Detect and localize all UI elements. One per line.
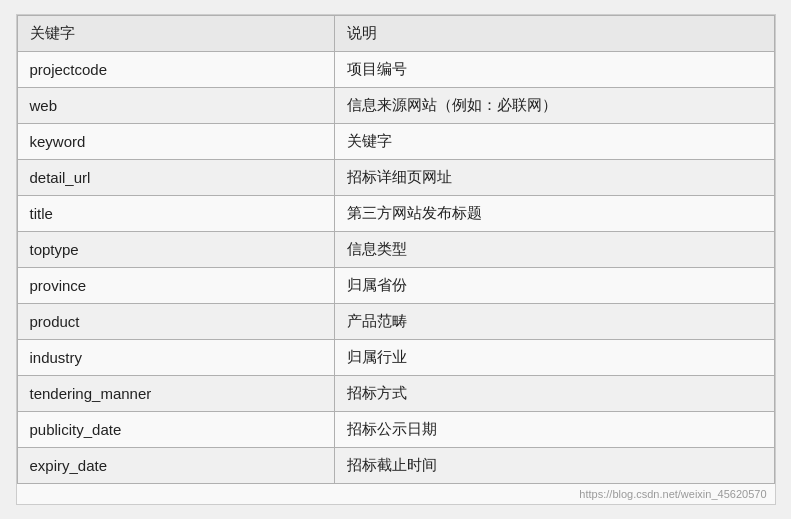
table-row: industry归属行业 — [17, 340, 774, 376]
table-cell-description: 产品范畴 — [335, 304, 774, 340]
table-row: province归属省份 — [17, 268, 774, 304]
table-cell-description: 归属省份 — [335, 268, 774, 304]
table-body: projectcode项目编号web信息来源网站（例如：必联网）keyword关… — [17, 52, 774, 484]
table-cell-keyword: toptype — [17, 232, 335, 268]
table-cell-keyword: product — [17, 304, 335, 340]
table-cell-description: 招标截止时间 — [335, 448, 774, 484]
keyword-table: 关键字 说明 projectcode项目编号web信息来源网站（例如：必联网）k… — [17, 15, 775, 484]
table-cell-description: 信息类型 — [335, 232, 774, 268]
table-cell-keyword: title — [17, 196, 335, 232]
table-cell-keyword: detail_url — [17, 160, 335, 196]
table-cell-keyword: publicity_date — [17, 412, 335, 448]
header-keyword: 关键字 — [17, 16, 335, 52]
table-row: title第三方网站发布标题 — [17, 196, 774, 232]
table-cell-keyword: web — [17, 88, 335, 124]
table-row: projectcode项目编号 — [17, 52, 774, 88]
table-cell-keyword: tendering_manner — [17, 376, 335, 412]
table-row: expiry_date招标截止时间 — [17, 448, 774, 484]
table-row: product产品范畴 — [17, 304, 774, 340]
table-cell-description: 关键字 — [335, 124, 774, 160]
table-cell-keyword: industry — [17, 340, 335, 376]
table-row: detail_url招标详细页网址 — [17, 160, 774, 196]
table-cell-description: 招标方式 — [335, 376, 774, 412]
table-cell-keyword: keyword — [17, 124, 335, 160]
table-row: tendering_manner招标方式 — [17, 376, 774, 412]
table-cell-description: 归属行业 — [335, 340, 774, 376]
table-cell-description: 招标详细页网址 — [335, 160, 774, 196]
table-cell-description: 信息来源网站（例如：必联网） — [335, 88, 774, 124]
table-header-row: 关键字 说明 — [17, 16, 774, 52]
table-cell-keyword: expiry_date — [17, 448, 335, 484]
header-description: 说明 — [335, 16, 774, 52]
table-cell-description: 项目编号 — [335, 52, 774, 88]
table-cell-description: 招标公示日期 — [335, 412, 774, 448]
table-cell-description: 第三方网站发布标题 — [335, 196, 774, 232]
table-cell-keyword: province — [17, 268, 335, 304]
main-container: 关键字 说明 projectcode项目编号web信息来源网站（例如：必联网）k… — [16, 14, 776, 505]
table-row: web信息来源网站（例如：必联网） — [17, 88, 774, 124]
table-row: keyword关键字 — [17, 124, 774, 160]
table-cell-keyword: projectcode — [17, 52, 335, 88]
watermark: https://blog.csdn.net/weixin_45620570 — [17, 484, 775, 504]
table-row: toptype信息类型 — [17, 232, 774, 268]
table-row: publicity_date招标公示日期 — [17, 412, 774, 448]
